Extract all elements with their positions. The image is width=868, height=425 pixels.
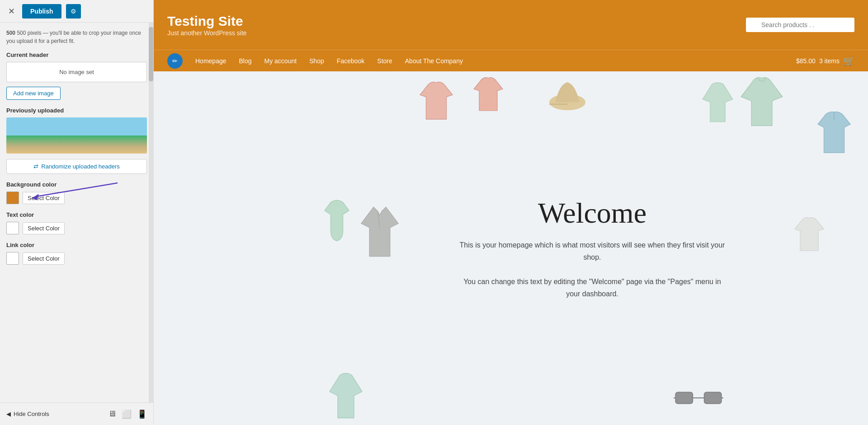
add-new-image-button[interactable]: Add new image <box>6 87 61 100</box>
chevron-left-icon: ◀ <box>6 411 11 417</box>
close-button[interactable]: ✕ <box>5 5 18 18</box>
panel-hint: 500 500 pixels — you'll be able to crop … <box>6 29 147 45</box>
current-header-label: Current header <box>6 51 147 58</box>
site-nav: ✏ Homepage Blog My account Shop Facebook… <box>154 50 868 71</box>
text-color-section: Text color Select Color <box>6 211 147 234</box>
nav-item-about[interactable]: About The Company <box>399 52 469 70</box>
hide-controls-button[interactable]: ◀ Hide Controls <box>6 411 49 417</box>
clothing-tshirt-3 <box>791 216 827 257</box>
clothing-polo <box>814 107 854 157</box>
nav-item-facebook[interactable]: Facebook <box>330 52 371 70</box>
mobile-icon: 📱 <box>137 410 147 419</box>
clothing-hoodie <box>737 76 787 130</box>
randomize-headers-button[interactable]: ⇄ Randomize uploaded headers <box>6 159 147 174</box>
scrollbar-thumb[interactable] <box>149 27 153 81</box>
cart-items-count: 3 items <box>819 57 840 65</box>
desktop-icon: 🖥 <box>108 409 116 418</box>
panel-content: 500 500 pixels — you'll be able to crop … <box>0 23 153 402</box>
welcome-section: Welcome This is your homepage which is w… <box>457 196 728 300</box>
clothing-jacket-2 <box>698 80 737 126</box>
hide-controls-label: Hide Controls <box>14 411 49 417</box>
clothing-sunglasses <box>674 384 723 411</box>
nav-item-shop[interactable]: Shop <box>303 52 330 70</box>
clothing-onesie <box>316 198 357 248</box>
text-color-row: Select Color <box>6 222 147 234</box>
nav-item-homepage[interactable]: Homepage <box>189 52 233 70</box>
clothing-cap <box>547 78 588 114</box>
background-color-row: Select Color <box>6 191 147 204</box>
nav-item-myaccount[interactable]: My account <box>258 52 303 70</box>
site-title-area: Testing Site Just another WordPress site <box>167 13 247 37</box>
top-bar: ✕ Publish ⚙ <box>0 0 153 23</box>
link-color-row: Select Color <box>6 252 147 265</box>
desktop-device-button[interactable]: 🖥 <box>108 409 116 419</box>
text-color-swatch[interactable] <box>6 222 19 234</box>
nav-links: Homepage Blog My account Shop Facebook S… <box>189 52 796 70</box>
clothing-tshirt-1 <box>416 80 457 126</box>
no-image-box: No image set <box>6 62 147 82</box>
site-header: Testing Site Just another WordPress site… <box>154 0 868 50</box>
background-select-color-button[interactable]: Select Color <box>23 192 65 204</box>
cart-area[interactable]: $85.00 3 items 🛒 <box>796 56 854 66</box>
tablet-icon: ⬜ <box>122 410 132 419</box>
nav-item-store[interactable]: Store <box>371 52 398 70</box>
scrollbar-track[interactable] <box>149 23 153 402</box>
right-panel: Testing Site Just another WordPress site… <box>154 0 868 425</box>
clothing-jacket <box>357 202 402 261</box>
link-color-label: Link color <box>6 242 147 248</box>
cart-price: $85.00 <box>796 57 816 65</box>
edit-pencil-button[interactable]: ✏ <box>167 53 183 69</box>
link-color-swatch[interactable] <box>6 252 19 265</box>
background-color-swatch[interactable] <box>6 191 19 204</box>
background-color-label: Background color <box>6 181 147 188</box>
text-color-label: Text color <box>6 211 147 218</box>
cart-icon: 🛒 <box>843 56 854 66</box>
search-wrapper: 🔍 <box>746 18 854 32</box>
text-select-color-button[interactable]: Select Color <box>23 222 65 234</box>
left-panel: ✕ Publish ⚙ 500 500 pixels — you'll be a… <box>0 0 154 425</box>
link-select-color-button[interactable]: Select Color <box>23 252 65 265</box>
previously-uploaded-image[interactable] <box>6 117 147 154</box>
device-icons: 🖥 ⬜ 📱 <box>108 409 147 419</box>
link-color-section: Link color Select Color <box>6 242 147 265</box>
main-content: Welcome This is your homepage which is w… <box>154 71 868 425</box>
shuffle-icon: ⇄ <box>33 163 38 170</box>
mobile-device-button[interactable]: 📱 <box>137 409 147 419</box>
welcome-text: This is your homepage which is what most… <box>457 239 728 300</box>
previously-uploaded-label: Previously uploaded <box>6 107 147 114</box>
search-input[interactable] <box>746 18 854 32</box>
nav-item-blog[interactable]: Blog <box>233 52 258 70</box>
background-color-section: Background color Select Color <box>6 181 147 204</box>
publish-button[interactable]: Publish <box>22 4 61 19</box>
clothing-tshirt-2 <box>470 76 506 117</box>
svg-rect-6 <box>704 392 722 403</box>
randomize-label: Randomize uploaded headers <box>41 163 119 170</box>
svg-rect-5 <box>675 392 693 403</box>
clothing-hoodie-2 <box>326 371 366 420</box>
site-tagline: Just another WordPress site <box>167 29 247 37</box>
site-title: Testing Site <box>167 13 247 29</box>
tablet-device-button[interactable]: ⬜ <box>122 409 132 419</box>
settings-button[interactable]: ⚙ <box>66 4 81 19</box>
welcome-title: Welcome <box>457 196 728 230</box>
bottom-bar: ◀ Hide Controls 🖥 ⬜ 📱 <box>0 402 153 425</box>
